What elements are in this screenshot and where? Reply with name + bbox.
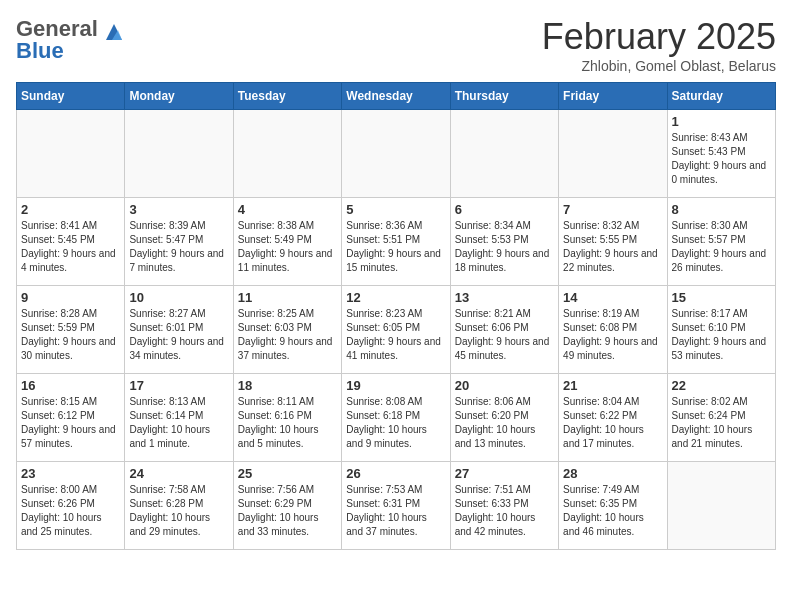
day-info: Sunrise: 8:08 AMSunset: 6:18 PMDaylight:… <box>346 395 445 451</box>
table-row: 16Sunrise: 8:15 AMSunset: 6:12 PMDayligh… <box>17 374 125 462</box>
day-number: 16 <box>21 378 120 393</box>
table-row: 10Sunrise: 8:27 AMSunset: 6:01 PMDayligh… <box>125 286 233 374</box>
logo: General Blue <box>16 16 124 64</box>
day-info: Sunrise: 8:39 AMSunset: 5:47 PMDaylight:… <box>129 219 228 275</box>
logo-icon <box>104 22 124 42</box>
day-info: Sunrise: 8:25 AMSunset: 6:03 PMDaylight:… <box>238 307 337 363</box>
day-info: Sunrise: 7:53 AMSunset: 6:31 PMDaylight:… <box>346 483 445 539</box>
calendar-table: Sunday Monday Tuesday Wednesday Thursday… <box>16 82 776 550</box>
month-title: February 2025 <box>542 16 776 58</box>
table-row: 22Sunrise: 8:02 AMSunset: 6:24 PMDayligh… <box>667 374 775 462</box>
table-row: 28Sunrise: 7:49 AMSunset: 6:35 PMDayligh… <box>559 462 667 550</box>
day-number: 20 <box>455 378 554 393</box>
table-row: 3Sunrise: 8:39 AMSunset: 5:47 PMDaylight… <box>125 198 233 286</box>
day-info: Sunrise: 8:21 AMSunset: 6:06 PMDaylight:… <box>455 307 554 363</box>
day-info: Sunrise: 8:36 AMSunset: 5:51 PMDaylight:… <box>346 219 445 275</box>
day-number: 8 <box>672 202 771 217</box>
day-info: Sunrise: 8:23 AMSunset: 6:05 PMDaylight:… <box>346 307 445 363</box>
day-number: 25 <box>238 466 337 481</box>
table-row: 14Sunrise: 8:19 AMSunset: 6:08 PMDayligh… <box>559 286 667 374</box>
table-row <box>17 110 125 198</box>
table-row: 19Sunrise: 8:08 AMSunset: 6:18 PMDayligh… <box>342 374 450 462</box>
table-row: 17Sunrise: 8:13 AMSunset: 6:14 PMDayligh… <box>125 374 233 462</box>
table-row: 13Sunrise: 8:21 AMSunset: 6:06 PMDayligh… <box>450 286 558 374</box>
table-row: 15Sunrise: 8:17 AMSunset: 6:10 PMDayligh… <box>667 286 775 374</box>
day-number: 13 <box>455 290 554 305</box>
day-number: 21 <box>563 378 662 393</box>
title-block: February 2025 Zhlobin, Gomel Oblast, Bel… <box>542 16 776 74</box>
table-row: 5Sunrise: 8:36 AMSunset: 5:51 PMDaylight… <box>342 198 450 286</box>
table-row: 1Sunrise: 8:43 AMSunset: 5:43 PMDaylight… <box>667 110 775 198</box>
day-number: 14 <box>563 290 662 305</box>
day-info: Sunrise: 8:43 AMSunset: 5:43 PMDaylight:… <box>672 131 771 187</box>
table-row: 23Sunrise: 8:00 AMSunset: 6:26 PMDayligh… <box>17 462 125 550</box>
day-number: 22 <box>672 378 771 393</box>
table-row: 9Sunrise: 8:28 AMSunset: 5:59 PMDaylight… <box>17 286 125 374</box>
table-row: 21Sunrise: 8:04 AMSunset: 6:22 PMDayligh… <box>559 374 667 462</box>
day-number: 12 <box>346 290 445 305</box>
logo-general: General <box>16 16 98 41</box>
table-row: 6Sunrise: 8:34 AMSunset: 5:53 PMDaylight… <box>450 198 558 286</box>
day-info: Sunrise: 8:38 AMSunset: 5:49 PMDaylight:… <box>238 219 337 275</box>
table-row <box>559 110 667 198</box>
day-info: Sunrise: 7:51 AMSunset: 6:33 PMDaylight:… <box>455 483 554 539</box>
day-number: 18 <box>238 378 337 393</box>
col-sunday: Sunday <box>17 83 125 110</box>
day-info: Sunrise: 8:32 AMSunset: 5:55 PMDaylight:… <box>563 219 662 275</box>
calendar-week-row: 23Sunrise: 8:00 AMSunset: 6:26 PMDayligh… <box>17 462 776 550</box>
day-info: Sunrise: 8:00 AMSunset: 6:26 PMDaylight:… <box>21 483 120 539</box>
day-number: 24 <box>129 466 228 481</box>
calendar-header-row: Sunday Monday Tuesday Wednesday Thursday… <box>17 83 776 110</box>
day-info: Sunrise: 7:49 AMSunset: 6:35 PMDaylight:… <box>563 483 662 539</box>
day-info: Sunrise: 8:04 AMSunset: 6:22 PMDaylight:… <box>563 395 662 451</box>
day-number: 17 <box>129 378 228 393</box>
table-row: 26Sunrise: 7:53 AMSunset: 6:31 PMDayligh… <box>342 462 450 550</box>
col-tuesday: Tuesday <box>233 83 341 110</box>
day-number: 11 <box>238 290 337 305</box>
table-row: 18Sunrise: 8:11 AMSunset: 6:16 PMDayligh… <box>233 374 341 462</box>
table-row: 7Sunrise: 8:32 AMSunset: 5:55 PMDaylight… <box>559 198 667 286</box>
table-row <box>233 110 341 198</box>
day-info: Sunrise: 8:15 AMSunset: 6:12 PMDaylight:… <box>21 395 120 451</box>
day-info: Sunrise: 8:17 AMSunset: 6:10 PMDaylight:… <box>672 307 771 363</box>
table-row: 25Sunrise: 7:56 AMSunset: 6:29 PMDayligh… <box>233 462 341 550</box>
day-info: Sunrise: 8:19 AMSunset: 6:08 PMDaylight:… <box>563 307 662 363</box>
col-monday: Monday <box>125 83 233 110</box>
calendar-week-row: 2Sunrise: 8:41 AMSunset: 5:45 PMDaylight… <box>17 198 776 286</box>
table-row: 12Sunrise: 8:23 AMSunset: 6:05 PMDayligh… <box>342 286 450 374</box>
day-number: 28 <box>563 466 662 481</box>
day-number: 26 <box>346 466 445 481</box>
calendar-week-row: 1Sunrise: 8:43 AMSunset: 5:43 PMDaylight… <box>17 110 776 198</box>
day-number: 6 <box>455 202 554 217</box>
table-row: 11Sunrise: 8:25 AMSunset: 6:03 PMDayligh… <box>233 286 341 374</box>
day-number: 19 <box>346 378 445 393</box>
col-thursday: Thursday <box>450 83 558 110</box>
day-info: Sunrise: 8:02 AMSunset: 6:24 PMDaylight:… <box>672 395 771 451</box>
calendar-week-row: 16Sunrise: 8:15 AMSunset: 6:12 PMDayligh… <box>17 374 776 462</box>
table-row <box>450 110 558 198</box>
day-number: 9 <box>21 290 120 305</box>
day-info: Sunrise: 8:11 AMSunset: 6:16 PMDaylight:… <box>238 395 337 451</box>
table-row <box>667 462 775 550</box>
day-info: Sunrise: 8:41 AMSunset: 5:45 PMDaylight:… <box>21 219 120 275</box>
calendar-week-row: 9Sunrise: 8:28 AMSunset: 5:59 PMDaylight… <box>17 286 776 374</box>
table-row: 20Sunrise: 8:06 AMSunset: 6:20 PMDayligh… <box>450 374 558 462</box>
day-info: Sunrise: 8:30 AMSunset: 5:57 PMDaylight:… <box>672 219 771 275</box>
location-subtitle: Zhlobin, Gomel Oblast, Belarus <box>542 58 776 74</box>
day-info: Sunrise: 8:34 AMSunset: 5:53 PMDaylight:… <box>455 219 554 275</box>
page-header: General Blue February 2025 Zhlobin, Gome… <box>16 16 776 74</box>
col-friday: Friday <box>559 83 667 110</box>
day-info: Sunrise: 8:06 AMSunset: 6:20 PMDaylight:… <box>455 395 554 451</box>
day-info: Sunrise: 8:13 AMSunset: 6:14 PMDaylight:… <box>129 395 228 451</box>
col-wednesday: Wednesday <box>342 83 450 110</box>
table-row <box>125 110 233 198</box>
day-info: Sunrise: 7:56 AMSunset: 6:29 PMDaylight:… <box>238 483 337 539</box>
day-number: 2 <box>21 202 120 217</box>
table-row: 2Sunrise: 8:41 AMSunset: 5:45 PMDaylight… <box>17 198 125 286</box>
day-number: 4 <box>238 202 337 217</box>
table-row <box>342 110 450 198</box>
day-number: 15 <box>672 290 771 305</box>
day-number: 5 <box>346 202 445 217</box>
day-number: 23 <box>21 466 120 481</box>
day-number: 27 <box>455 466 554 481</box>
